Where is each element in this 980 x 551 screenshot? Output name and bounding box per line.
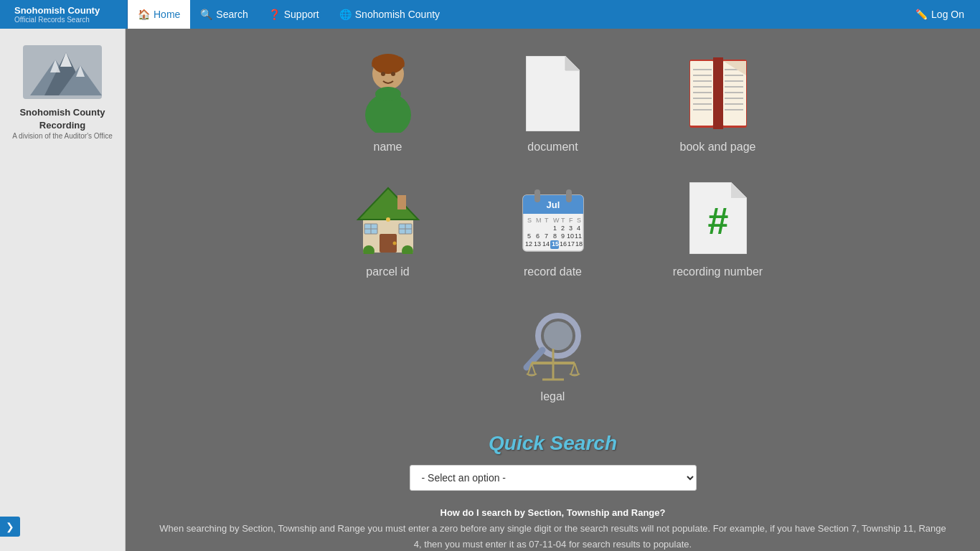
quick-search-title: Quick Search <box>302 432 804 455</box>
svg-point-87 <box>544 321 573 350</box>
svg-text:1: 1 <box>553 225 557 232</box>
svg-text:5: 5 <box>527 232 531 240</box>
sidebar: Snohomish County Recording A division of… <box>0 29 126 551</box>
nav-logon[interactable]: ✏️ Log On <box>905 9 974 20</box>
svg-text:6: 6 <box>536 232 540 240</box>
quick-search-section: Quick Search - Select an option - Name D… <box>302 432 804 491</box>
nav-item-support[interactable]: ❓ Support <box>258 0 329 29</box>
legal-scales-icon <box>517 300 589 386</box>
sidebar-logo <box>19 43 105 100</box>
search-icon-grid: name document <box>316 43 790 410</box>
book-icon <box>682 50 754 136</box>
svg-point-11 <box>381 72 385 76</box>
svg-text:S: S <box>527 217 532 224</box>
svg-point-10 <box>375 87 401 101</box>
faq-q1-answer: When searching by Section, Township and … <box>159 521 948 551</box>
brand: Snohomish County Official Records Search <box>6 0 128 29</box>
svg-text:T: T <box>561 217 565 224</box>
svg-point-12 <box>391 72 395 76</box>
support-icon: ❓ <box>268 9 281 20</box>
search-nav-icon: 🔍 <box>200 9 212 20</box>
globe-icon: 🌐 <box>339 9 352 20</box>
side-toggle-button[interactable]: ❯ <box>0 517 20 537</box>
page-wrap: Snohomish County Recording A division of… <box>0 29 980 551</box>
document-label: document <box>527 141 578 154</box>
svg-rect-47 <box>397 195 406 209</box>
svg-text:4: 4 <box>577 225 580 232</box>
legal-label: legal <box>541 390 565 403</box>
svg-text:2: 2 <box>561 225 565 232</box>
book-and-page-label: book and page <box>680 141 756 154</box>
navbar: Snohomish County Official Records Search… <box>0 0 980 29</box>
svg-point-40 <box>392 242 396 245</box>
quick-search-select[interactable]: - Select an option - Name Document Book … <box>410 465 697 491</box>
nav-item-home[interactable]: 🏠 Home <box>128 0 190 29</box>
svg-text:T: T <box>545 217 549 224</box>
svg-text:17: 17 <box>567 240 575 248</box>
search-option-book-and-page[interactable]: book and page <box>646 43 790 161</box>
svg-rect-55 <box>534 189 540 202</box>
svg-text:15: 15 <box>552 240 559 248</box>
main-content: name document <box>126 29 980 551</box>
sidebar-org-name: Snohomish County <box>19 106 105 119</box>
svg-text:S: S <box>577 217 581 224</box>
search-option-record-date[interactable]: Jul S M T W T F S 1 <box>481 168 625 286</box>
logon-label: Log On <box>931 9 964 20</box>
nav-label-snohomish: Snohomish County <box>355 9 440 20</box>
mountains-logo-icon <box>23 45 102 99</box>
house-icon <box>352 175 424 261</box>
recording-number-label: recording number <box>673 265 763 278</box>
nav-label-home: Home <box>154 9 180 20</box>
search-option-recording-number[interactable]: # recording number <box>646 168 790 286</box>
svg-text:W: W <box>553 217 560 224</box>
svg-point-50 <box>386 217 390 222</box>
brand-title: Snohomish County <box>14 5 118 16</box>
brand-subtitle: Official Records Search <box>14 16 118 24</box>
hash-icon: # <box>682 175 754 261</box>
sidebar-dept-name: Recording <box>39 119 85 132</box>
faq-section: How do I search by Section, Township and… <box>159 505 948 551</box>
calendar-icon: Jul S M T W T F S 1 <box>517 175 589 261</box>
svg-text:8: 8 <box>553 232 557 240</box>
svg-text:14: 14 <box>542 240 550 248</box>
svg-text:#: # <box>707 200 728 242</box>
home-icon: 🏠 <box>138 9 150 20</box>
svg-text:9: 9 <box>561 232 565 240</box>
search-option-document[interactable]: document <box>481 43 625 161</box>
logon-icon: ✏️ <box>915 9 928 20</box>
svg-text:18: 18 <box>575 240 583 248</box>
faq-q1: How do I search by Section, Township and… <box>159 505 948 521</box>
svg-text:3: 3 <box>569 225 573 232</box>
svg-line-93 <box>575 363 578 374</box>
svg-text:F: F <box>569 217 573 224</box>
svg-line-88 <box>527 350 542 367</box>
parcel-id-label: parcel id <box>366 265 409 278</box>
svg-marker-84 <box>731 182 747 198</box>
search-option-name[interactable]: name <box>316 43 460 161</box>
svg-rect-17 <box>690 61 713 126</box>
svg-marker-14 <box>565 56 580 70</box>
nav-label-support: Support <box>284 9 319 20</box>
nav-label-search: Search <box>216 9 248 20</box>
svg-line-94 <box>571 363 575 374</box>
search-option-parcel-id[interactable]: parcel id <box>316 168 460 286</box>
record-date-label: record date <box>524 265 582 278</box>
svg-text:11: 11 <box>575 232 582 240</box>
faq-q1-question: How do I search by Section, Township and… <box>440 507 666 518</box>
svg-rect-16 <box>713 57 723 129</box>
svg-text:Jul: Jul <box>546 199 560 210</box>
nav-menu: 🏠 Home 🔍 Search ❓ Support 🌐 Snohomish Co… <box>128 0 450 29</box>
svg-text:M: M <box>536 217 542 224</box>
svg-text:10: 10 <box>567 232 574 240</box>
document-icon <box>517 50 589 136</box>
svg-text:16: 16 <box>560 240 567 248</box>
svg-text:12: 12 <box>525 240 532 248</box>
nav-item-snohomish[interactable]: 🌐 Snohomish County <box>329 0 450 29</box>
search-option-legal[interactable]: legal <box>481 293 625 410</box>
svg-rect-56 <box>566 189 572 202</box>
name-icon <box>352 50 424 136</box>
svg-text:13: 13 <box>534 240 541 248</box>
name-label: name <box>373 141 402 154</box>
nav-item-search[interactable]: 🔍 Search <box>190 0 258 29</box>
svg-marker-37 <box>358 188 418 220</box>
